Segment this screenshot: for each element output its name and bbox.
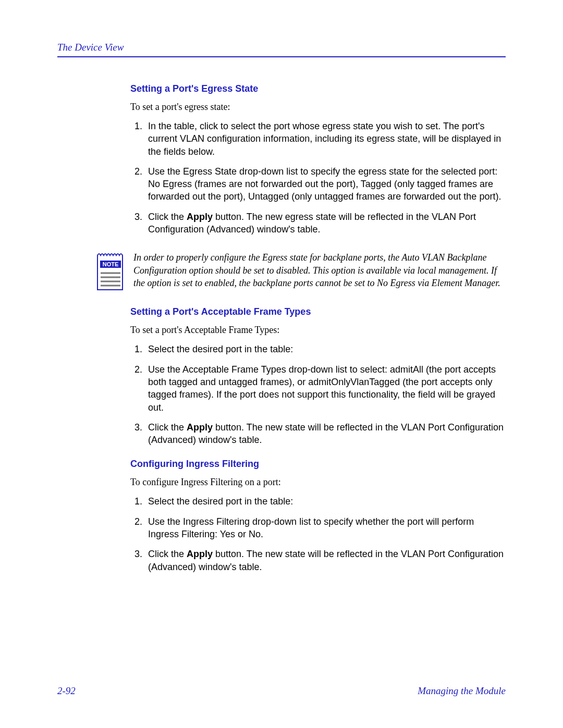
section-heading-frame: Setting a Port's Acceptable Frame Types (130, 306, 506, 317)
section-heading-egress: Setting a Port's Egress State (130, 83, 506, 94)
step-text: Click the (148, 549, 187, 559)
step-item: Select the desired port in the table: (145, 343, 506, 355)
step-item: Click the Apply button. The new state wi… (145, 421, 506, 447)
note-label: NOTE (103, 261, 119, 267)
apply-label: Apply (187, 549, 213, 559)
note-block: NOTE In order to properly configure the … (97, 251, 506, 291)
intro-text: To set a port's Acceptable Frame Types: (130, 325, 506, 336)
document-page: The Device View Setting a Port's Egress … (0, 0, 563, 728)
step-item: Use the Egress State drop-down list to s… (145, 165, 506, 203)
intro-text: To set a port's egress state: (130, 102, 506, 113)
apply-label: Apply (187, 422, 213, 433)
step-item: Use the Ingress Filtering drop-down list… (145, 515, 506, 541)
intro-text: To configure Ingress Filtering on a port… (130, 477, 506, 488)
apply-label: Apply (187, 212, 213, 222)
steps-list-frame: Select the desired port in the table: Us… (130, 343, 506, 446)
step-item: Use the Acceptable Frame Types drop-down… (145, 363, 506, 414)
page-number: 2-92 (57, 685, 76, 697)
steps-list-egress: In the table, click to select the port w… (130, 120, 506, 236)
doc-title: Managing the Module (418, 685, 506, 697)
steps-list-ingress: Select the desired port in the table: Us… (130, 495, 506, 573)
header-breadcrumb: The Device View (57, 42, 506, 53)
main-content: Setting a Port's Egress State To set a p… (130, 83, 506, 236)
section-heading-ingress: Configuring Ingress Filtering (130, 459, 506, 470)
step-item: In the table, click to select the port w… (145, 120, 506, 158)
note-text: In order to properly configure the Egres… (133, 251, 506, 289)
step-item: Click the Apply button. The new state wi… (145, 548, 506, 573)
header-rule (57, 56, 506, 57)
note-icon: NOTE (97, 251, 124, 291)
step-item: Click the Apply button. The new egress s… (145, 211, 506, 236)
step-item: Select the desired port in the table: (145, 495, 506, 508)
step-text: Click the (148, 422, 187, 433)
main-content-2: Setting a Port's Acceptable Frame Types … (130, 306, 506, 573)
page-footer: 2-92 Managing the Module (57, 685, 506, 697)
step-text: Click the (148, 212, 187, 222)
